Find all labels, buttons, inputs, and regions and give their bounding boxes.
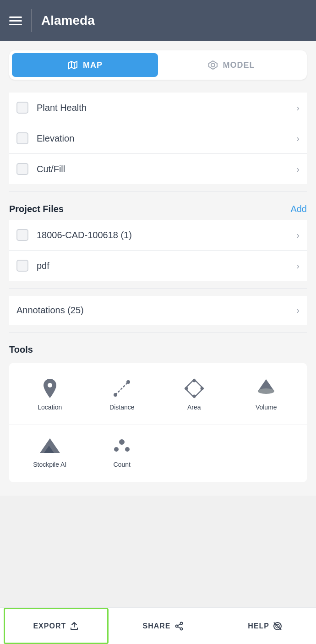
count-icon (110, 434, 133, 457)
tool-distance[interactable]: Distance (86, 372, 158, 415)
file-cad[interactable]: 18006-CAD-100618 (1) › (9, 220, 307, 251)
tool-area-label: Area (187, 404, 201, 411)
tab-map-label: MAP (83, 60, 103, 70)
help-button[interactable]: HELP (214, 608, 316, 644)
svg-point-19 (180, 622, 182, 624)
export-button[interactable]: EXPORT (4, 608, 109, 644)
file-cad-label: 18006-CAD-100618 (1) (37, 230, 296, 240)
divider-3 (9, 332, 307, 333)
tab-model-label: MODEL (223, 60, 255, 70)
svg-point-16 (119, 439, 125, 445)
distance-icon (110, 377, 133, 400)
divider-1 (9, 191, 307, 192)
layer-cut-fill[interactable]: Cut/Fill › (9, 154, 307, 184)
share-icon (174, 622, 184, 631)
annotations-label: Annotations (25) (16, 305, 296, 316)
chevron-pdf: › (296, 261, 300, 271)
svg-point-13 (258, 388, 274, 394)
tool-count[interactable]: Count (86, 430, 158, 473)
divider-2 (9, 288, 307, 289)
checkbox-cad[interactable] (16, 229, 28, 241)
svg-point-11 (185, 387, 188, 390)
svg-point-18 (125, 447, 130, 452)
layer-elevation[interactable]: Elevation › (9, 123, 307, 154)
page-title: Alameda (41, 13, 95, 28)
tools-grid-row1: Location Distance (9, 363, 307, 425)
layer-plant-health-label: Plant Health (37, 103, 296, 113)
add-file-button[interactable]: Add (290, 204, 307, 214)
project-files-section: 18006-CAD-100618 (1) › pdf › (9, 220, 307, 281)
tool-volume[interactable]: Volume (230, 372, 303, 415)
chevron-annotations: › (296, 305, 300, 316)
project-files-label: Project Files (9, 204, 64, 214)
location-icon (38, 377, 61, 400)
header: Alameda (0, 0, 316, 41)
layer-elevation-label: Elevation (37, 133, 296, 144)
tool-stockpile-ai-label: Stockpile AI (33, 461, 66, 468)
layers-section: Plant Health › Elevation › Cut/Fill › (9, 93, 307, 184)
svg-point-2 (211, 63, 215, 67)
tool-distance-label: Distance (109, 404, 134, 411)
tool-location-label: Location (38, 404, 62, 411)
svg-point-10 (192, 395, 196, 398)
svg-point-9 (200, 387, 203, 390)
svg-line-23 (178, 627, 180, 628)
tool-location[interactable]: Location (14, 372, 86, 415)
tools-grid-row2: Stockpile AI Count (9, 425, 307, 482)
help-label: HELP (248, 622, 269, 630)
hamburger-menu-icon[interactable] (9, 16, 22, 25)
svg-point-20 (180, 628, 182, 630)
svg-point-8 (192, 379, 196, 382)
area-icon (183, 377, 206, 400)
tab-model[interactable]: MODEL (158, 53, 304, 77)
export-icon (70, 622, 79, 631)
tab-map[interactable]: MAP (12, 53, 158, 77)
tool-stockpile-ai[interactable]: Stockpile AI (14, 430, 86, 473)
svg-line-22 (178, 624, 180, 626)
checkbox-plant-health[interactable] (16, 102, 28, 114)
model-icon (207, 60, 218, 71)
share-label: SHARE (143, 622, 171, 630)
tools-label: Tools (9, 344, 307, 355)
svg-line-6 (115, 382, 128, 395)
tool-volume-label: Volume (256, 404, 277, 411)
stockpile-ai-icon (38, 434, 61, 457)
svg-point-21 (175, 625, 178, 627)
checkbox-pdf[interactable] (16, 260, 28, 272)
map-icon (67, 60, 78, 71)
bottom-bar: EXPORT SHARE HELP (0, 607, 316, 644)
chevron-plant-health: › (296, 103, 300, 113)
header-divider (31, 9, 32, 32)
svg-point-3 (48, 383, 52, 387)
layer-plant-health[interactable]: Plant Health › (9, 93, 307, 123)
help-icon (273, 622, 282, 631)
layer-cut-fill-label: Cut/Fill (37, 164, 296, 175)
checkbox-cut-fill[interactable] (16, 163, 28, 175)
file-pdf-label: pdf (37, 261, 296, 271)
chevron-cad: › (296, 230, 300, 240)
export-label: EXPORT (33, 622, 66, 630)
volume-icon (255, 377, 278, 400)
project-files-header: Project Files Add (9, 199, 307, 220)
tool-area[interactable]: Area (158, 372, 230, 415)
tab-switcher: MAP MODEL (9, 50, 307, 80)
tools-section: Tools Location (9, 340, 307, 486)
file-pdf[interactable]: pdf › (9, 251, 307, 281)
chevron-cut-fill: › (296, 164, 300, 175)
content-area: MAP MODEL Plant Health › Elevation › Cut… (0, 41, 316, 496)
checkbox-elevation[interactable] (16, 132, 28, 144)
share-button[interactable]: SHARE (112, 608, 214, 644)
svg-point-17 (114, 447, 119, 452)
annotations-row[interactable]: Annotations (25) › (9, 296, 307, 325)
tool-count-label: Count (114, 461, 131, 468)
chevron-elevation: › (296, 133, 300, 144)
